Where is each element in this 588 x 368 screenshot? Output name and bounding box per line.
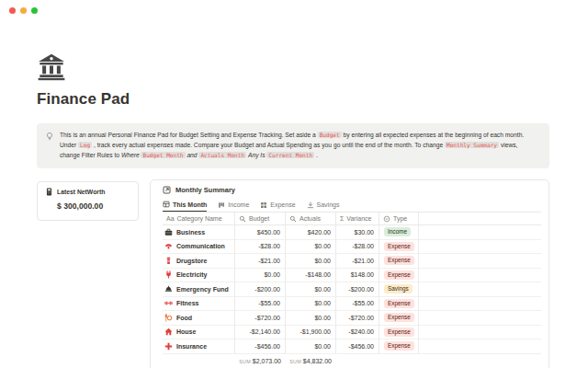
cell-variance[interactable]: -$28.00	[336, 240, 379, 255]
cell-empty	[419, 326, 541, 340]
cell-type[interactable]: Savings	[379, 282, 419, 297]
budget-value: -$200.00	[254, 286, 280, 293]
callout-text-segment: and	[187, 152, 197, 158]
cell-variance[interactable]: -$55.00	[336, 297, 379, 312]
column-header-budget[interactable]: Budget	[235, 212, 286, 225]
gallery-view-icon	[260, 201, 267, 209]
type-badge: Income	[384, 227, 411, 236]
cell-category[interactable]: Fitness	[163, 297, 235, 312]
actuals-value: -$148.00	[305, 271, 331, 278]
tab-income[interactable]: Income	[218, 199, 249, 212]
close-button[interactable]	[9, 7, 16, 14]
tab-label: Expense	[270, 201, 295, 208]
cell-variance[interactable]: -$456.00	[336, 339, 379, 354]
type-badge: Expense	[384, 256, 414, 265]
cell-variance[interactable]: -$21.00	[336, 254, 379, 269]
cell-variance[interactable]: $148.00	[336, 269, 379, 283]
cell-budget[interactable]: -$21.00	[235, 254, 286, 269]
category-name: Insurance	[176, 343, 207, 350]
cell-category[interactable]: Emergency Fund	[163, 282, 235, 297]
cell-actuals[interactable]: $0.00	[286, 297, 336, 312]
tab-expense[interactable]: Expense	[260, 199, 295, 212]
cell-category[interactable]: Electricity	[163, 269, 235, 283]
cell-actuals[interactable]: $0.00	[286, 311, 336, 326]
rollup-icon	[289, 215, 297, 223]
cell-budget[interactable]: $450.00	[235, 225, 286, 240]
cell-actuals[interactable]: $0.00	[286, 282, 336, 297]
callout-text-segment: Budget	[318, 132, 342, 138]
cell-actuals[interactable]: $420.00	[286, 225, 336, 240]
cell-variance[interactable]: -$200.00	[336, 282, 379, 297]
type-badge: Expense	[384, 328, 414, 337]
type-badge: Expense	[384, 341, 414, 351]
cell-type[interactable]: Expense	[379, 254, 419, 269]
column-label: Type	[393, 215, 407, 222]
category-name: Drugstore	[176, 258, 207, 264]
title-property-icon: Aa	[166, 215, 175, 222]
tab-this-month[interactable]: This Month	[163, 199, 207, 212]
helmet-icon	[164, 285, 173, 293]
cell-empty	[419, 282, 541, 297]
actuals-sum[interactable]: SUM$4,832.00	[286, 354, 336, 367]
variance-value: -$240.00	[348, 328, 374, 335]
column-header-actuals[interactable]: Actuals	[286, 212, 336, 225]
cell-type[interactable]: Expense	[379, 240, 419, 255]
dumbbell-icon	[164, 299, 173, 307]
calculator-icon	[45, 188, 53, 196]
cell-category[interactable]: Food	[163, 311, 235, 326]
budget-value: -$28.00	[258, 243, 280, 249]
database-title[interactable]: Monthly Summary	[175, 186, 235, 194]
chart-view-icon	[307, 201, 314, 209]
cell-variance[interactable]: -$720.00	[336, 311, 379, 326]
footer-spacer	[336, 354, 379, 367]
column-header-variance[interactable]: ΣVariance	[336, 212, 379, 225]
cell-variance[interactable]: $30.00	[336, 225, 379, 240]
networth-card[interactable]: Latest NetWorth $ 300,000.00	[37, 181, 139, 221]
briefcase-icon	[164, 228, 173, 236]
minimize-button[interactable]	[20, 7, 27, 14]
cell-actuals[interactable]: -$148.00	[286, 269, 336, 283]
category-name: Communication	[176, 243, 225, 249]
cell-budget[interactable]: -$2,140.00	[235, 326, 286, 340]
column-header-type[interactable]: Type	[379, 212, 419, 225]
fork-plate-icon	[164, 314, 173, 322]
cell-type[interactable]: Expense	[379, 326, 419, 340]
cell-category[interactable]: Drugstore	[163, 254, 235, 269]
cell-category[interactable]: Communication	[163, 240, 235, 255]
cell-actuals[interactable]: $0.00	[286, 339, 336, 354]
cell-type[interactable]: Expense	[379, 297, 419, 312]
category-name: Food	[176, 315, 192, 321]
cell-budget[interactable]: -$456.00	[235, 339, 286, 354]
cell-budget[interactable]: -$720.00	[235, 311, 286, 326]
variance-value: -$200.00	[348, 286, 374, 293]
cell-actuals[interactable]: $0.00	[286, 254, 336, 269]
cell-type[interactable]: Expense	[379, 311, 419, 326]
cell-budget[interactable]: -$200.00	[235, 282, 286, 297]
cell-category[interactable]: Business	[163, 225, 235, 240]
cell-budget[interactable]: -$28.00	[235, 240, 286, 255]
cell-variance[interactable]: -$240.00	[336, 326, 379, 340]
cell-actuals[interactable]: $0.00	[286, 240, 336, 255]
column-header-category-name[interactable]: AaCategory Name	[163, 212, 235, 225]
house-icon	[164, 328, 173, 336]
tab-savings[interactable]: Savings	[307, 199, 340, 212]
cell-type[interactable]: Expense	[379, 269, 419, 283]
cell-actuals[interactable]: -$1,900.00	[286, 326, 336, 340]
cell-category[interactable]: House	[163, 326, 235, 340]
type-badge: Expense	[384, 313, 414, 322]
cell-type[interactable]: Expense	[379, 339, 419, 354]
actuals-value: $0.00	[314, 286, 331, 293]
cell-budget[interactable]: $0.00	[235, 269, 286, 283]
callout-text-segment: .	[314, 152, 318, 158]
zoom-button[interactable]	[31, 7, 38, 14]
cell-budget[interactable]: -$55.00	[235, 297, 286, 312]
cell-type[interactable]: Income	[379, 225, 419, 240]
column-label: Actuals	[300, 215, 321, 222]
networth-label: Latest NetWorth	[57, 189, 105, 195]
type-badge: Expense	[384, 299, 414, 308]
callout-text-segment: Current Month	[266, 152, 314, 158]
column-label: Variance	[346, 215, 371, 222]
cell-category[interactable]: Insurance	[163, 339, 235, 354]
actuals-value: $0.00	[314, 343, 331, 350]
budget-sum[interactable]: SUM$2,073.00	[235, 354, 286, 367]
